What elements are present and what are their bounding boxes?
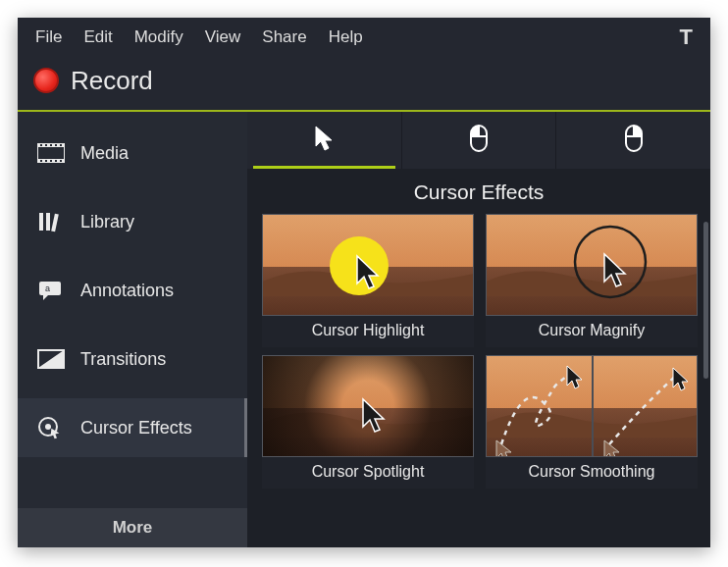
svg-rect-14 [46,213,50,231]
effect-card-smoothing: Cursor Smoothing [486,355,698,489]
effect-label: Cursor Smoothing [486,457,698,489]
effect-tabs [247,112,710,169]
svg-rect-11 [55,160,57,162]
sidebar-item-library[interactable]: Library [18,192,247,251]
svg-rect-15 [51,214,59,232]
tab-left-click[interactable] [401,112,556,169]
cursor-icon [313,125,335,156]
sidebar-item-label: Library [80,212,134,232]
transition-icon [37,347,65,371]
sidebar-item-label: Annotations [80,281,174,301]
svg-point-22 [45,424,51,430]
svg-rect-13 [39,213,43,231]
effect-thumbnail-highlight[interactable] [262,214,474,316]
menubar: File Edit Modify View Share Help T [18,18,710,57]
sidebar-more-label: More [113,518,153,538]
sidebar-item-label: Cursor Effects [80,418,192,438]
mouse-right-click-icon [624,124,644,157]
svg-text:a: a [45,284,50,293]
main-panel: Cursor Effects [247,112,710,547]
effect-thumbnail-spotlight[interactable] [262,355,474,457]
svg-rect-8 [40,160,42,162]
effect-card-highlight: Cursor Highlight [262,214,474,347]
effect-card-magnify: Cursor Magnify [486,214,698,347]
mouse-left-click-icon [469,124,489,157]
sidebar: Media Library a Annotations Transitions [18,112,247,547]
menu-share[interactable]: Share [262,27,306,47]
sidebar-item-label: Transitions [80,349,166,370]
app-window: File Edit Modify View Share Help T Recor… [18,18,710,547]
tab-right-click[interactable] [555,112,710,169]
effect-thumbnail-magnify[interactable] [486,214,698,316]
effect-label: Cursor Spotlight [262,457,474,489]
menu-modify[interactable]: Modify [134,27,183,47]
svg-rect-9 [45,160,47,162]
svg-rect-5 [50,144,52,146]
menu-edit[interactable]: Edit [83,27,112,47]
menu-view[interactable]: View [205,27,241,47]
sidebar-item-media[interactable]: Media [18,124,247,182]
svg-rect-6 [55,144,57,146]
library-icon [37,210,65,233]
sidebar-item-cursor-effects[interactable]: Cursor Effects [18,398,247,457]
effect-label: Cursor Highlight [262,316,474,347]
record-button[interactable]: Record [18,57,710,110]
effect-thumbnail-smoothing[interactable] [486,355,698,457]
record-label: Record [71,66,153,96]
speech-bubble-icon: a [37,279,65,302]
tab-cursor[interactable] [247,112,401,169]
effect-label: Cursor Magnify [486,316,698,347]
panel-title: Cursor Effects [247,169,710,214]
menu-file[interactable]: File [35,27,62,47]
svg-marker-17 [43,294,49,300]
sidebar-item-transitions[interactable]: Transitions [18,330,247,388]
cursor-effects-icon [37,416,65,439]
svg-rect-3 [40,144,42,146]
content-area: Media Library a Annotations Transitions [18,112,710,547]
sidebar-item-annotations[interactable]: a Annotations [18,261,247,320]
sidebar-more-button[interactable]: More [18,508,247,547]
svg-rect-4 [45,144,47,146]
effect-card-spotlight: Cursor Spotlight [262,355,474,489]
svg-rect-12 [60,160,62,162]
brand-label: T [680,25,693,50]
svg-rect-7 [60,144,62,146]
filmstrip-icon [37,141,65,165]
scrollbar[interactable] [703,222,708,379]
menu-help[interactable]: Help [329,27,363,47]
svg-rect-10 [50,160,52,162]
sidebar-item-label: Media [80,143,129,164]
effects-grid: Cursor Highlight [259,214,701,489]
svg-marker-20 [38,350,64,368]
record-icon [33,68,59,93]
